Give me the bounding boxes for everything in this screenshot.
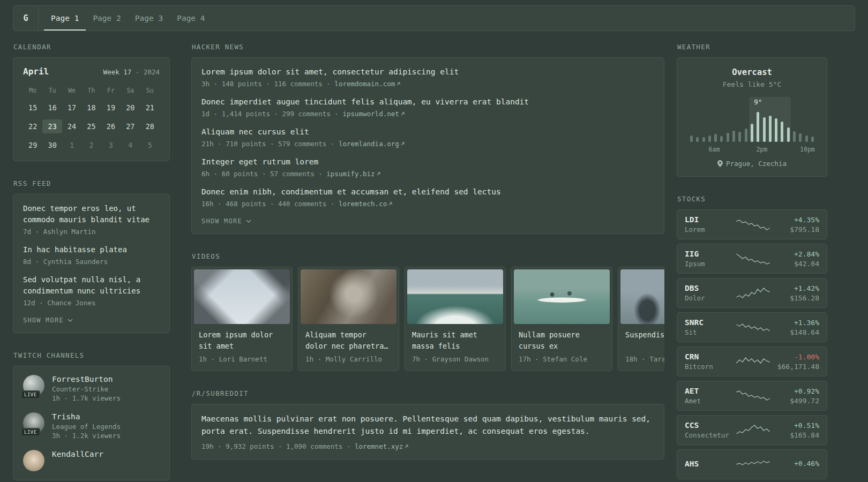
twitch-widget: TWITCH CHANNELS LIVE ForrestBurton Count… bbox=[13, 351, 170, 480]
rss-item-title[interactable]: Sed volutpat nulla nisl, a condimentum n… bbox=[23, 274, 160, 297]
hackernews-show-more-button[interactable]: SHOW MORE bbox=[201, 217, 251, 225]
rss-item-title[interactable]: Donec tempor eros leo, ut commodo mauris… bbox=[23, 203, 160, 225]
peak-temperature-label: 9° bbox=[754, 98, 762, 106]
external-link-icon bbox=[376, 171, 381, 176]
right-column: WEATHER Overcast Feels like 5°C 9° 6am 2… bbox=[677, 43, 827, 479]
twitch-channel[interactable]: KendallCarr bbox=[23, 450, 160, 471]
rss-item[interactable]: Donec tempor eros leo, ut commodo mauris… bbox=[23, 203, 160, 236]
hackernews-item-domain-link[interactable]: ipsumify.biz bbox=[326, 170, 375, 178]
rss-item[interactable]: In hac habitasse platea 8d · Cynthia Sau… bbox=[23, 244, 160, 266]
video-card[interactable]: Suspendisse diam 18h · Tara bbox=[618, 267, 664, 371]
subreddit-post-text[interactable]: Maecenas mollis pulvinar erat non posuer… bbox=[201, 413, 654, 438]
weather-bar bbox=[787, 127, 790, 142]
hackernews-item[interactable]: Aliquam nec cursus elit 21h · 710 points… bbox=[201, 126, 654, 148]
video-thumbnail bbox=[407, 269, 503, 324]
weather-chart: 9° bbox=[689, 97, 815, 142]
stock-symbol: DBS bbox=[685, 284, 734, 292]
stock-sparkline bbox=[734, 457, 772, 472]
weather-bar bbox=[696, 137, 699, 142]
hackernews-item[interactable]: Lorem ipsum dolor sit amet, consectetur … bbox=[201, 66, 654, 88]
hackernews-item-domain-link[interactable]: loremlandia.org bbox=[339, 140, 399, 148]
video-card[interactable]: Aliquam tempor dolor nec pharetra… 1h · … bbox=[298, 267, 399, 371]
subreddit-post-domain-link[interactable]: loremnet.xyz bbox=[355, 442, 403, 450]
twitch-channel-game: Counter-Strike bbox=[52, 385, 121, 393]
middle-column: HACKER NEWS Lorem ipsum dolor sit amet, … bbox=[191, 43, 664, 460]
weather-bar bbox=[793, 131, 796, 142]
hackernews-item-domain-link[interactable]: ipsumworld.net bbox=[342, 110, 399, 118]
subreddit-post-stats: 19h · 9,932 points · 1,090 comments · bbox=[201, 442, 350, 450]
weather-location: Prague, Czechia bbox=[689, 160, 815, 168]
stock-row: CCSConsectetur +0.51%$165.84 bbox=[677, 415, 827, 445]
stock-symbol: CCS bbox=[685, 421, 734, 430]
calendar-day: 21 bbox=[140, 101, 160, 115]
rss-show-more-button[interactable]: SHOW MORE bbox=[23, 317, 73, 324]
video-card[interactable]: Lorem ipsum dolor sit amet consectetu… 1… bbox=[191, 267, 293, 371]
stock-symbol: AET bbox=[685, 387, 734, 395]
hackernews-item-title[interactable]: Integer eget rutrum lorem bbox=[201, 156, 654, 168]
twitch-channel[interactable]: LIVE Trisha League of Legends 3h · 1.2k … bbox=[23, 412, 160, 440]
stock-sparkline bbox=[734, 285, 772, 300]
tab-page-3[interactable]: Page 3 bbox=[128, 6, 170, 31]
video-thumbnail bbox=[301, 269, 396, 324]
video-meta: 18h · Tara bbox=[620, 352, 664, 368]
stock-name: Sit bbox=[685, 328, 734, 336]
video-meta: 1h · Molly Carrillo bbox=[301, 352, 396, 368]
stock-name: Consectetur bbox=[685, 431, 734, 439]
weather-bar bbox=[757, 112, 759, 142]
weather-section-title: WEATHER bbox=[677, 43, 827, 51]
videos-section-title: VIDEOS bbox=[192, 252, 664, 260]
tab-page-1[interactable]: Page 1 bbox=[44, 6, 86, 31]
rss-section-title: RSS FEED bbox=[13, 179, 170, 187]
hackernews-item-title[interactable]: Lorem ipsum dolor sit amet, consectetur … bbox=[201, 66, 654, 78]
avatar bbox=[23, 450, 44, 471]
hackernews-item-title[interactable]: Donec enim nibh, condimentum et accumsan… bbox=[201, 186, 654, 198]
stock-change: +0.51% bbox=[772, 421, 819, 430]
stock-price: $165.84 bbox=[772, 431, 819, 439]
calendar-card: April Week 17 · 2024 MoTuWeThFrSaSu15161… bbox=[13, 57, 170, 161]
stock-sparkline bbox=[734, 217, 772, 232]
calendar-dow: Fr bbox=[101, 85, 121, 96]
video-card[interactable]: Mauris sit amet massa felis 7h · Grayson… bbox=[405, 267, 506, 371]
hackernews-card: Lorem ipsum dolor sit amet, consectetur … bbox=[191, 57, 664, 234]
weather-bar bbox=[714, 134, 717, 142]
weather-card: Overcast Feels like 5°C 9° 6am 2pm 10pm … bbox=[677, 57, 827, 177]
subreddit-widget: /R/SUBREDDIT Maecenas mollis pulvinar er… bbox=[191, 389, 664, 460]
hackernews-item-title[interactable]: Aliquam nec cursus elit bbox=[201, 126, 654, 138]
rss-item[interactable]: Sed volutpat nulla nisl, a condimentum n… bbox=[23, 274, 160, 307]
weather-bar bbox=[727, 133, 729, 142]
hackernews-item[interactable]: Donec enim nibh, condimentum et accumsan… bbox=[201, 186, 654, 208]
location-pin-icon bbox=[717, 160, 723, 167]
twitch-channel[interactable]: LIVE ForrestBurton Counter-Strike 1h · 1… bbox=[23, 375, 160, 402]
weather-bar bbox=[745, 129, 747, 142]
weather-bar bbox=[769, 116, 772, 142]
time-label: 2pm bbox=[756, 146, 767, 153]
twitch-channel-name: Trisha bbox=[52, 412, 121, 421]
stocks-widget: STOCKS LDILorem +4.35%$795.18 IIGIpsum +… bbox=[677, 195, 827, 479]
hackernews-item-domain-link[interactable]: loremdomain.com bbox=[334, 80, 395, 88]
rss-item-title[interactable]: In hac habitasse platea bbox=[23, 244, 160, 255]
calendar-day: 22 bbox=[23, 119, 42, 133]
hackernews-item-stats: 3h · 148 points · 116 comments · bbox=[201, 80, 331, 88]
weather-widget: WEATHER Overcast Feels like 5°C 9° 6am 2… bbox=[677, 43, 827, 177]
calendar-day: 26 bbox=[101, 119, 121, 133]
video-title: Suspendisse diam bbox=[620, 324, 664, 352]
weather-location-label: Prague, Czechia bbox=[726, 160, 787, 168]
avatar: LIVE bbox=[23, 412, 44, 434]
subreddit-post[interactable]: Maecenas mollis pulvinar erat non posuer… bbox=[201, 413, 654, 450]
tab-page-4[interactable]: Page 4 bbox=[170, 6, 212, 31]
hackernews-item-title[interactable]: Donec imperdiet augue tincidunt felis al… bbox=[201, 96, 654, 108]
stock-change: +4.35% bbox=[772, 216, 819, 224]
video-thumbnail bbox=[514, 269, 610, 324]
hackernews-item[interactable]: Integer eget rutrum lorem 6h · 60 points… bbox=[201, 156, 654, 178]
weather-bar bbox=[781, 122, 783, 142]
weather-bar bbox=[732, 131, 735, 142]
stock-change: +1.36% bbox=[772, 319, 819, 327]
live-badge: LIVE bbox=[21, 390, 40, 399]
tab-page-2[interactable]: Page 2 bbox=[86, 6, 128, 31]
video-card[interactable]: Nullam posuere cursus ex 17h · Stefan Co… bbox=[511, 267, 612, 371]
hackernews-item[interactable]: Donec imperdiet augue tincidunt felis al… bbox=[201, 96, 654, 118]
hackernews-item-domain-link[interactable]: loremtech.co bbox=[339, 200, 387, 208]
calendar-day: 16 bbox=[42, 101, 62, 115]
twitch-section-title: TWITCH CHANNELS bbox=[13, 351, 170, 359]
stock-row: CRNBitcorn -1.00%$66,171.48 bbox=[677, 347, 827, 376]
